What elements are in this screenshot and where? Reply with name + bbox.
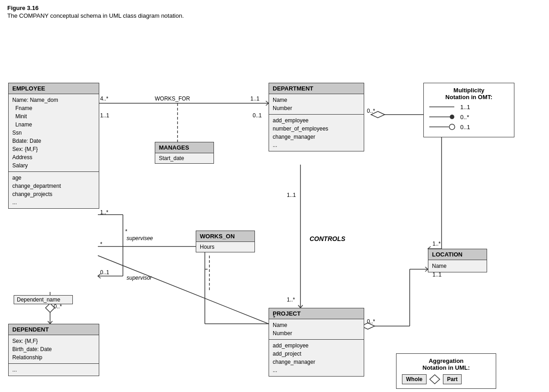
dependent-name-label: Dependent_name <box>17 297 60 303</box>
svg-point-28 <box>449 124 455 130</box>
mult-1star-supervision: 1..* <box>100 209 108 216</box>
works-for-label: WORKS_FOR <box>155 95 190 102</box>
dependent-class: DEPENDENT Sex: {M,F} Birth_date: Date Re… <box>8 324 99 376</box>
location-class: LOCATION Name <box>428 249 487 272</box>
mult-11-dept-project: 1..1 <box>287 192 296 198</box>
svg-line-5 <box>98 256 269 324</box>
figure-caption: The COMPANY conceptual schema in UML cla… <box>0 12 549 24</box>
manages-header: MANAGES <box>155 142 214 153</box>
diagram-area: EMPLOYEE Name: Name_dom Fname Minit Lnam… <box>0 24 549 387</box>
supervisor-label: supervisor <box>127 275 152 281</box>
notation-label-01: 0..1 <box>460 124 470 131</box>
notation-label-11: 1..1 <box>460 104 470 111</box>
mult-1star-location: 1..* <box>432 241 441 247</box>
dependent-section2: ... <box>9 364 99 376</box>
mult-11-manages-emp: 1..1 <box>100 112 109 119</box>
mult-star-emp-project2: * <box>273 315 275 321</box>
controls-label: CONTROLS <box>310 235 346 242</box>
mult-0star-dependent: 0..* <box>54 303 62 310</box>
svg-marker-22 <box>46 303 55 312</box>
mult-01-supervisor: 0..1 <box>100 269 109 276</box>
notation-row-2: 0..* <box>429 113 508 121</box>
employee-header: EMPLOYEE <box>9 83 99 94</box>
multiplicity-notation-box: Multiplicity Notation in OMT: 1..1 0..* … <box>423 83 514 137</box>
mult-11-works-for: 1..1 <box>250 95 259 102</box>
mult-11-location-bottom: 1..1 <box>432 271 442 278</box>
dependent-header: DEPENDENT <box>9 324 99 335</box>
department-section2: add_employee number_of_employees change_… <box>269 115 364 151</box>
mult-4star-label: 4..* <box>100 95 108 102</box>
works-on-header: WORKS_ON <box>196 231 254 242</box>
employee-section2: age change_department change_projects ..… <box>9 172 99 208</box>
department-class: DEPARTMENT Name Number add_employee numb… <box>269 83 364 151</box>
project-section1: Name Number <box>269 319 364 340</box>
dependent-section1: Sex: {M,F} Birth_date: Date Relationship <box>9 335 99 364</box>
aggr-whole-label: Whole <box>402 374 427 384</box>
notation-row-1: 1..1 <box>429 103 508 111</box>
mult-0star-dept-loc: 0..* <box>367 108 375 114</box>
mult-01-manages-dept: 0..1 <box>253 112 262 119</box>
supervisee-label: supervisee <box>127 235 153 241</box>
department-section1: Name Number <box>269 94 364 115</box>
notation-label-0star: 0..* <box>460 114 469 121</box>
location-header: LOCATION <box>428 249 487 260</box>
project-header: PROJECT <box>269 308 364 319</box>
mult-star-supervision: * <box>125 228 127 235</box>
works-on-section1: Hours <box>196 242 254 252</box>
mult-0star-project-loc: 0..* <box>367 318 375 325</box>
svg-point-26 <box>450 115 454 119</box>
aggr-row: Whole Part <box>402 374 490 385</box>
svg-marker-29 <box>430 375 440 384</box>
employee-class: EMPLOYEE Name: Name_dom Fname Minit Lnam… <box>8 83 99 209</box>
mult-1star-project: 1..* <box>287 297 295 303</box>
mult-star-emp-project: * <box>100 241 102 247</box>
aggregation-notation-box: Aggregation Notation in UML: Whole Part <box>396 353 496 389</box>
project-section2: add_employee add_project change_manager … <box>269 340 364 376</box>
manages-class: MANAGES Start_date <box>155 142 214 164</box>
department-header: DEPARTMENT <box>269 83 364 94</box>
employee-section1: Name: Name_dom Fname Minit Lname Ssn Bda… <box>9 94 99 172</box>
location-section1: Name <box>428 260 487 272</box>
works-on-class: WORKS_ON Hours <box>196 231 255 252</box>
figure-title: Figure 3.16 <box>0 0 549 12</box>
notation-row-3: 0..1 <box>429 123 508 131</box>
dependent-name-box: Dependent_name <box>14 295 73 304</box>
aggr-title: Aggregation Notation in UML: <box>402 357 490 371</box>
notation-title1: Multiplicity Notation in OMT: <box>429 87 508 101</box>
project-class: PROJECT Name Number add_employee add_pro… <box>269 308 364 377</box>
manages-section1: Start_date <box>155 153 214 163</box>
aggr-part-label: Part <box>443 374 462 384</box>
